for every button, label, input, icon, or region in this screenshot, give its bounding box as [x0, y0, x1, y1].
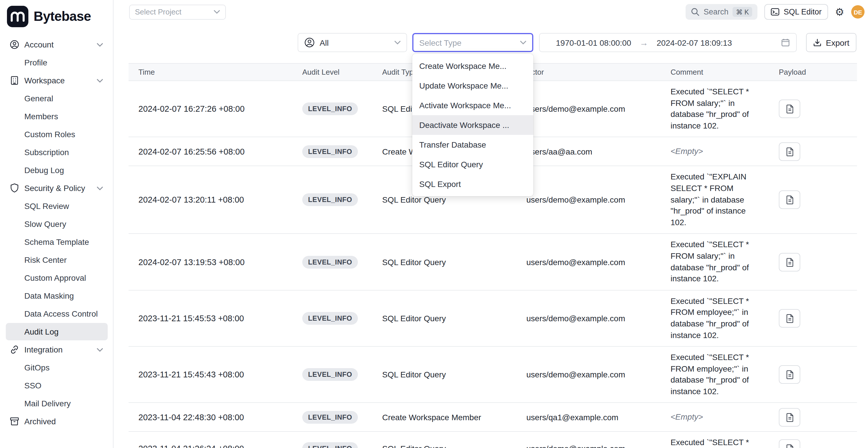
file-icon	[785, 257, 794, 266]
col-time: Time	[129, 68, 292, 76]
sidebar-item-subscription[interactable]: Subscription	[6, 143, 108, 161]
type-filter-select[interactable]: Select Type	[412, 33, 533, 52]
sidebar-item-risk-center[interactable]: Risk Center	[6, 251, 108, 268]
file-icon	[785, 147, 794, 156]
app: Bytebase Account Profile Workspace Gener…	[0, 0, 868, 448]
dropdown-option-transfer-database[interactable]: Transfer Database	[412, 135, 533, 155]
avatar[interactable]: DE	[851, 5, 865, 19]
sidebar-item-general[interactable]: General	[6, 90, 108, 107]
date-to-value[interactable]: 2024-02-07 18:09:13	[657, 38, 732, 47]
dropdown-option-deactivate-workspace[interactable]: Deactivate Workspace ...	[412, 115, 533, 135]
topbar-actions: Search ⌘ K SQL Editor ⚙ DE	[686, 4, 865, 20]
audit-actor: users/demo@example.com	[517, 314, 661, 323]
payload-button[interactable]	[779, 309, 800, 328]
export-button[interactable]: Export	[806, 33, 857, 52]
payload-button[interactable]	[779, 439, 800, 448]
type-filter-placeholder: Select Type	[419, 38, 520, 47]
shield-icon	[9, 183, 20, 193]
brand[interactable]: Bytebase	[6, 3, 108, 29]
file-icon	[785, 413, 794, 422]
sidebar-item-schema-template[interactable]: Schema Template	[6, 233, 108, 251]
audit-level: LEVEL_INFO	[292, 256, 372, 268]
integration-icon	[9, 344, 20, 355]
audit-actor: users/demo@example.com	[517, 370, 661, 379]
sidebar-section-label: Account	[24, 40, 54, 49]
sidebar-item-debug-log[interactable]: Debug Log	[6, 161, 108, 179]
dropdown-option-create-workspace-me[interactable]: Create Workspace Me...	[412, 56, 533, 76]
audit-level: LEVEL_INFO	[292, 145, 372, 158]
project-select[interactable]: Select Project	[129, 4, 226, 20]
type-dropdown: Create Workspace Me... Update Workspace …	[412, 54, 533, 196]
sidebar-item-sso[interactable]: SSO	[6, 377, 108, 394]
dropdown-option-sql-export[interactable]: SQL Export	[412, 174, 533, 194]
payload-button[interactable]	[779, 365, 800, 384]
dropdown-option-activate-workspace-me[interactable]: Activate Workspace Me...	[412, 96, 533, 115]
search-button[interactable]: Search ⌘ K	[686, 4, 757, 20]
dropdown-option-sql-editor-query[interactable]: SQL Editor Query	[412, 155, 533, 174]
audit-comment: Executed `"SELECT * FROM salary;"` in da…	[661, 234, 769, 290]
audit-payload	[769, 191, 857, 209]
file-icon	[785, 195, 794, 204]
sidebar-item-audit-log[interactable]: Audit Log	[6, 323, 108, 340]
date-from-value[interactable]: 1970-01-01 08:00:00	[556, 38, 631, 47]
audit-actor: users/demo@example.com	[517, 195, 661, 204]
sidebar-section-label: Workspace	[24, 76, 65, 85]
sidebar-item-mail-delivery[interactable]: Mail Delivery	[6, 395, 108, 412]
actor-filter-select[interactable]: All	[298, 33, 407, 52]
sidebar-item-custom-approval[interactable]: Custom Approval	[6, 269, 108, 287]
payload-button[interactable]	[779, 100, 800, 118]
gear-icon[interactable]: ⚙	[835, 7, 844, 17]
sidebar-item-data-access-control[interactable]: Data Access Control	[6, 305, 108, 322]
audit-payload	[769, 365, 857, 384]
bytebase-logo-icon	[7, 5, 28, 27]
audit-actor: users/qa1@example.com	[517, 413, 661, 422]
sidebar-section-account[interactable]: Account	[6, 36, 108, 53]
dropdown-option-update-workspace-me[interactable]: Update Workspace Me...	[412, 76, 533, 96]
audit-actor: users/demo@example.com	[517, 104, 661, 114]
audit-comment: <Empty>	[661, 141, 769, 162]
audit-actor: users/demo@example.com	[517, 257, 661, 266]
audit-type: SQL Editor Query	[372, 257, 517, 266]
chevron-down-icon	[214, 10, 220, 14]
sidebar-item-gitops[interactable]: GitOps	[6, 359, 108, 376]
search-shortcut: ⌘ K	[733, 7, 752, 17]
payload-button[interactable]	[779, 253, 800, 271]
file-icon	[785, 314, 794, 323]
audit-payload	[769, 408, 857, 426]
level-badge: LEVEL_INFO	[302, 194, 358, 206]
sidebar-section-integration[interactable]: Integration	[6, 341, 108, 358]
audit-type: Create Workspace Member	[372, 413, 517, 422]
level-badge: LEVEL_INFO	[302, 145, 358, 158]
sidebar-item-slow-query[interactable]: Slow Query	[6, 215, 108, 233]
search-icon	[691, 7, 700, 16]
sidebar-section-archived[interactable]: Archived	[6, 413, 108, 430]
audit-actor: users/aa@aa.com	[517, 147, 661, 156]
audit-payload	[769, 100, 857, 118]
audit-comment: Executed `"SELECT * FROM employee;"` in …	[661, 290, 769, 346]
table-row: 2023-11-04 21:26:24 +08:00 LEVEL_INFO SQ…	[129, 432, 857, 448]
sidebar-item-data-masking[interactable]: Data Masking	[6, 287, 108, 305]
sidebar-section-security-policy[interactable]: Security & Policy	[6, 180, 108, 197]
sidebar-item-profile[interactable]: Profile	[6, 54, 108, 71]
payload-button[interactable]	[779, 191, 800, 209]
audit-comment: Executed `"SELECT * FROM department;"` i…	[661, 432, 769, 448]
archive-icon	[9, 416, 20, 426]
sidebar: Bytebase Account Profile Workspace Gener…	[0, 0, 114, 448]
search-label: Search	[704, 7, 728, 16]
sidebar-item-members[interactable]: Members	[6, 108, 108, 125]
table-row: 2023-11-21 15:45:43 +08:00 LEVEL_INFO SQ…	[129, 347, 857, 403]
date-range-picker[interactable]: 1970-01-01 08:00:00 → 2024-02-07 18:09:1…	[539, 33, 797, 52]
audit-level: LEVEL_INFO	[292, 442, 372, 448]
sql-editor-button[interactable]: SQL Editor	[765, 4, 828, 20]
sidebar-item-sql-review[interactable]: SQL Review	[6, 197, 108, 215]
audit-payload	[769, 309, 857, 328]
payload-button[interactable]	[779, 408, 800, 426]
topbar: Select Project Search ⌘ K SQL	[114, 0, 868, 21]
sidebar-section-workspace[interactable]: Workspace	[6, 72, 108, 89]
payload-button[interactable]	[779, 142, 800, 161]
audit-time: 2023-11-21 15:45:43 +08:00	[129, 370, 292, 379]
level-badge: LEVEL_INFO	[302, 312, 358, 325]
audit-comment: Executed `"SELECT * FROM salary;"` in da…	[661, 81, 769, 137]
sidebar-item-custom-roles[interactable]: Custom Roles	[6, 126, 108, 143]
user-circle-icon	[304, 37, 315, 48]
